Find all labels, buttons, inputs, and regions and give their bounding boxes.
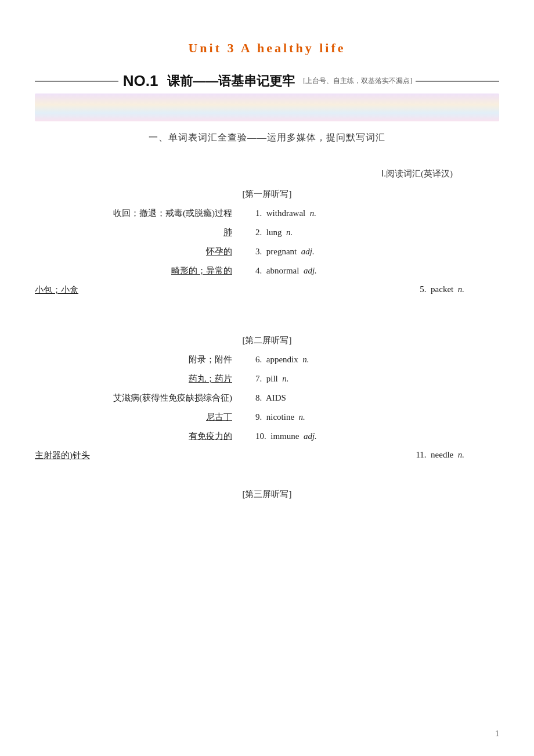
vocab-item-11: 主射器的)针头 11. needle n.	[35, 450, 499, 460]
english-2: 2. lung n.	[255, 228, 499, 237]
vocab-item-8: 艾滋病(获得性免疫缺损综合征) 8. AIDS	[35, 393, 499, 404]
header-line-right	[416, 81, 499, 82]
english-11: 11. needle n.	[416, 450, 499, 460]
vocab-item-9: 尼古丁 9. nicotine n.	[35, 412, 499, 423]
vocab-item-6: 附录；附件 6. appendix n.	[35, 354, 499, 365]
chinese-10: 有免疫力的	[35, 431, 255, 442]
chinese-9: 尼古丁	[35, 412, 255, 423]
listen-group-2: [第二屏听写] 附录；附件 6. appendix n. 药丸；药片 7. pi…	[35, 335, 499, 460]
chinese-11: 主射器的)针头	[35, 450, 90, 461]
highlight-banner	[35, 93, 499, 121]
listen-group-1-label: [第一屏听写]	[35, 189, 499, 200]
vocab-item-1: 收回；撤退；戒毒(或脱瘾)过程 1. withdrawal n.	[35, 208, 499, 219]
vocab-item-4: 畸形的；异常的 4. abnormal adj.	[35, 265, 499, 276]
chinese-4: 畸形的；异常的	[35, 265, 255, 276]
vocab-item-7: 药丸；药片 7. pill n.	[35, 373, 499, 384]
english-9: 9. nicotine n.	[255, 412, 499, 422]
listen-group-1: [第一屏听写] 收回；撤退；戒毒(或脱瘾)过程 1. withdrawal n.…	[35, 189, 499, 294]
english-3: 3. pregnant adj.	[255, 247, 499, 257]
english-6: 6. appendix n.	[255, 355, 499, 365]
header-line-left	[35, 81, 118, 82]
sub-section-title: 一、单词表词汇全查验——运用多媒体，提问默写词汇	[35, 132, 499, 144]
vocab-item-10: 有免疫力的 10. immune adj.	[35, 431, 499, 442]
listen-group-3-label: [第三屏听写]	[35, 489, 499, 500]
section-no: NO.1	[118, 72, 163, 90]
english-7: 7. pill n.	[255, 374, 499, 384]
chinese-3: 怀孕的	[35, 246, 255, 257]
section-cn-title: 课前——语基串记更牢	[163, 73, 300, 90]
reading-vocab-label: Ⅰ.阅读词汇(英译汉)	[35, 168, 499, 179]
listen-group-2-label: [第二屏听写]	[35, 335, 499, 346]
listen-group-3: [第三屏听写]	[35, 489, 499, 500]
chinese-6: 附录；附件	[35, 354, 255, 365]
chinese-7: 药丸；药片	[35, 373, 255, 384]
chinese-8: 艾滋病(获得性免疫缺损综合征)	[35, 393, 255, 404]
vocab-item-5: 小包；小盒 5. packet n.	[35, 285, 499, 294]
vocab-item-3: 怀孕的 3. pregnant adj.	[35, 246, 499, 257]
english-1: 1. withdrawal n.	[255, 208, 499, 218]
english-10: 10. immune adj.	[255, 431, 499, 441]
vocab-item-2: 肺 2. lung n.	[35, 227, 499, 238]
page-number: 1	[495, 729, 499, 739]
english-5: 5. packet n.	[420, 285, 499, 294]
chinese-1: 收回；撤退；戒毒(或脱瘾)过程	[35, 208, 255, 219]
english-8: 8. AIDS	[255, 393, 499, 403]
english-4: 4. abnormal adj.	[255, 266, 499, 276]
page-title: Unit 3 A healthy life	[35, 41, 499, 56]
section-subtitle: [上台号、自主练，双基落实不漏点]	[300, 76, 416, 86]
section-header: NO.1 课前——语基串记更牢 [上台号、自主练，双基落实不漏点]	[35, 72, 499, 90]
chinese-5: 小包；小盒	[35, 285, 78, 296]
chinese-2: 肺	[35, 227, 255, 238]
